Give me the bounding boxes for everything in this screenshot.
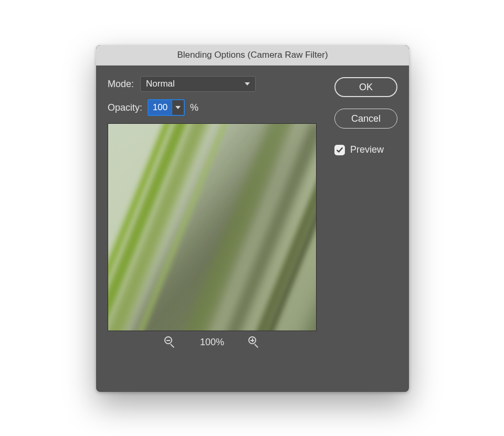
zoom-out-button[interactable] — [164, 336, 176, 348]
cancel-button[interactable]: Cancel — [334, 109, 397, 129]
zoom-controls: 100% — [108, 336, 317, 348]
preview-checkbox[interactable] — [334, 145, 345, 155]
preview-toggle[interactable]: Preview — [334, 144, 397, 155]
left-column: Mode: Normal Opacity: 100 % — [108, 76, 321, 348]
ok-button[interactable]: OK — [334, 77, 397, 97]
opacity-input[interactable]: 100 — [148, 99, 185, 116]
opacity-unit: % — [190, 102, 198, 113]
dialog-title: Blending Options (Camera Raw Filter) — [96, 45, 409, 66]
mode-select[interactable]: Normal — [140, 76, 256, 92]
check-icon — [336, 146, 343, 154]
preview-label: Preview — [350, 144, 384, 155]
opacity-row: Opacity: 100 % — [108, 99, 321, 116]
zoom-level: 100% — [200, 337, 224, 348]
zoom-in-button[interactable] — [248, 336, 260, 348]
dialog-body: Mode: Normal Opacity: 100 % — [96, 66, 409, 357]
opacity-stepper[interactable] — [172, 100, 184, 115]
right-column: OK Cancel Preview — [334, 76, 397, 348]
opacity-label: Opacity: — [108, 102, 142, 113]
mode-label: Mode: — [108, 79, 134, 90]
blending-options-dialog: Blending Options (Camera Raw Filter) Mod… — [96, 45, 409, 392]
chevron-down-icon — [245, 82, 250, 86]
chevron-down-icon — [175, 106, 181, 109]
opacity-value: 100 — [149, 100, 172, 115]
preview-image[interactable] — [108, 123, 317, 331]
mode-row: Mode: Normal — [108, 76, 321, 92]
mode-value: Normal — [146, 79, 175, 89]
